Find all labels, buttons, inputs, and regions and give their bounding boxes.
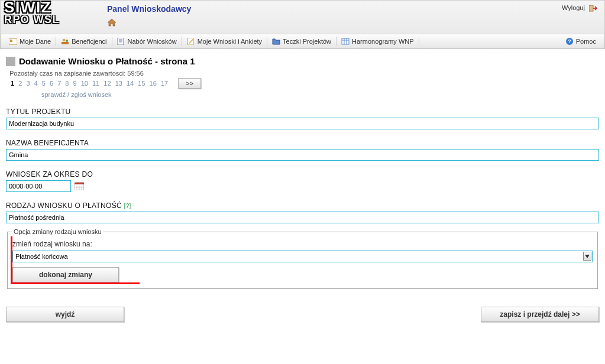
menu-moje-wnioski[interactable]: Moje Wnioski i Ankiety [182, 37, 267, 46]
pager-page-16[interactable]: 16 [148, 80, 158, 87]
exit-button[interactable]: wyjdź [6, 307, 124, 322]
pager-page-7[interactable]: 7 [56, 80, 62, 87]
menu-label: Harmonogramy WNP [352, 38, 414, 45]
pager-page-13[interactable]: 13 [114, 80, 124, 87]
menu-label: Moje Dane [20, 38, 51, 45]
type-label: RODZAJ WNIOSKU O PŁATNOŚĆ [?] [6, 202, 599, 210]
menu-label: Teczki Projektów [283, 38, 331, 45]
svg-rect-18 [75, 183, 84, 184]
type-input[interactable] [6, 212, 599, 223]
svg-point-3 [63, 39, 66, 42]
change-type-fieldset: Opcja zmiany rodzaju wniosku zmień rodza… [7, 228, 598, 289]
project-title-label: TYTUŁ PROJEKTU [6, 108, 599, 116]
type-hint-icon[interactable]: [?] [124, 203, 131, 209]
remaining-time: Pozostały czas na zapisanie zawartosci: … [9, 70, 599, 77]
pager-next-button[interactable]: >> [178, 78, 201, 89]
change-type-select-text[interactable] [12, 251, 593, 262]
pager-page-8[interactable]: 8 [64, 80, 70, 87]
svg-rect-0 [589, 5, 593, 11]
period-label: WNIOSEK ZA OKRES DO [6, 170, 599, 178]
folder-icon [272, 38, 280, 45]
main-menu: Moje Dane Beneficjenci Nabór Wniosków Mo… [0, 34, 605, 49]
pager-page-11[interactable]: 11 [91, 80, 101, 87]
card-icon [9, 38, 17, 45]
menu-label: Moje Wnioski i Ankiety [198, 38, 262, 45]
calendar-icon[interactable] [75, 184, 84, 191]
pager-page-9[interactable]: 9 [72, 80, 78, 87]
header: SIWIZ RPO WSL Panel Wnioskodawcy Wyloguj [0, 0, 605, 34]
pager: 1 2 3 4 5 6 7 8 9 10 11 12 13 14 15 16 1… [9, 78, 599, 89]
pager-page-6[interactable]: 6 [48, 80, 54, 87]
page-title: Dodawanie Wniosku o Płatność - strona 1 [19, 56, 195, 66]
logout-link[interactable]: Wyloguj [562, 4, 597, 12]
apply-change-button[interactable]: dokonaj zmiany [12, 267, 119, 282]
svg-text:?: ? [568, 38, 571, 44]
pager-page-14[interactable]: 14 [125, 80, 135, 87]
svg-point-4 [66, 40, 68, 42]
pager-page-15[interactable]: 15 [137, 80, 146, 87]
pager-page-4[interactable]: 4 [33, 80, 39, 87]
menu-harmonogramy[interactable]: Harmonogramy WNP [337, 37, 419, 46]
beneficiary-label: NAZWA BENEFICJENTA [6, 139, 599, 147]
svg-rect-2 [10, 40, 12, 42]
page-marker-icon [6, 57, 15, 66]
app-logo: SIWIZ RPO WSL [4, 2, 60, 24]
dropdown-arrow-icon[interactable] [583, 252, 591, 261]
project-title-input[interactable] [6, 118, 599, 129]
menu-label: Nabór Wniosków [128, 38, 177, 45]
panel-title: Panel Wnioskodawcy [107, 4, 191, 14]
change-type-legend: Opcja zmiany rodzaju wniosku [12, 228, 103, 235]
pager-page-2[interactable]: 2 [17, 80, 23, 87]
pager-page-5[interactable]: 5 [41, 80, 47, 87]
change-type-select[interactable] [12, 251, 593, 262]
pager-page-10[interactable]: 10 [80, 80, 89, 87]
pager-page-12[interactable]: 12 [102, 80, 112, 87]
main-content: Dodawanie Wniosku o Płatność - strona 1 … [0, 49, 605, 340]
pager-page-17[interactable]: 17 [160, 80, 169, 87]
svg-rect-11 [342, 38, 349, 44]
pager-page-3[interactable]: 3 [25, 80, 31, 87]
doc-list-icon [117, 38, 125, 45]
menu-label: Pomoc [576, 38, 596, 45]
schedule-icon [341, 38, 350, 45]
pager-submit-link[interactable]: sprawdź / zgłoś wniosek [41, 91, 112, 98]
help-icon: ? [565, 37, 574, 46]
menu-nabor[interactable]: Nabór Wniosków [112, 37, 182, 46]
change-type-sublabel: zmień rodzaj wniosku na: [12, 240, 593, 248]
menu-teczki[interactable]: Teczki Projektów [267, 37, 337, 46]
home-icon[interactable] [107, 18, 117, 28]
doc-edit-icon [187, 38, 195, 45]
menu-moje-dane[interactable]: Moje Dane [4, 37, 56, 46]
svg-rect-6 [118, 38, 124, 45]
beneficiary-input[interactable] [6, 149, 599, 161]
menu-pomoc[interactable]: ?Pomoc [561, 36, 601, 47]
menu-label: Beneficjenci [72, 38, 106, 45]
menu-beneficjenci[interactable]: Beneficjenci [56, 37, 112, 46]
save-next-button[interactable]: zapisz i przejdź dalej >> [481, 307, 599, 322]
pager-page-1[interactable]: 1 [9, 80, 15, 87]
people-icon [61, 38, 69, 45]
period-input[interactable] [6, 180, 71, 192]
svg-rect-5 [62, 42, 69, 44]
